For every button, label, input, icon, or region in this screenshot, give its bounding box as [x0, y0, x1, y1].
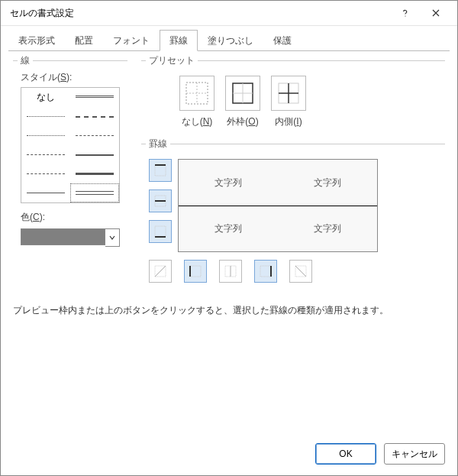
style-label: スタイル(S):: [21, 71, 120, 84]
line-style-list[interactable]: なし: [21, 87, 120, 203]
tab-border[interactable]: 罫線: [160, 30, 198, 51]
preset-outline-icon: [225, 76, 260, 111]
svg-line-25: [295, 266, 306, 277]
line-style-option[interactable]: [21, 183, 70, 202]
line-style-option[interactable]: [70, 126, 119, 145]
preview-inner-horizontal-line: [179, 206, 377, 206]
svg-point-0: [405, 15, 405, 16]
svg-rect-10: [155, 165, 166, 176]
tab-font[interactable]: フォント: [103, 30, 160, 50]
tab-alignment[interactable]: 配置: [65, 30, 103, 50]
border-diagonal-up-button[interactable]: [149, 260, 172, 283]
border-preview[interactable]: 文字列 文字列 文字列 文字列: [178, 159, 378, 252]
border-top-button[interactable]: [149, 159, 172, 182]
border-horizontal-button[interactable]: [149, 189, 172, 212]
dialog-window: セルの書式設定 表示形式 配置 フォント 罫線 塗りつぶし 保護 線 スタイル(…: [0, 0, 458, 476]
svg-line-17: [155, 266, 166, 277]
color-picker[interactable]: [21, 228, 120, 247]
tab-content: 線 スタイル(S): なし: [1, 51, 457, 436]
ok-button[interactable]: OK: [315, 443, 376, 465]
line-style-option[interactable]: [70, 145, 119, 164]
line-style-option[interactable]: [70, 88, 119, 107]
right-column: プリセット なし(N) 外枠(O): [141, 60, 445, 290]
svg-rect-18: [190, 266, 201, 277]
tab-strip: 表示形式 配置 フォント 罫線 塗りつぶし 保護: [1, 26, 457, 50]
border-bottom-button[interactable]: [149, 220, 172, 243]
border-side-buttons-horizontal: [149, 260, 437, 283]
preview-cell: 文字列: [179, 206, 278, 251]
border-diagonal-down-button[interactable]: [289, 260, 312, 283]
preset-legend: プリセット: [146, 54, 198, 67]
line-style-option[interactable]: [70, 107, 119, 126]
hint-text: プレビュー枠内または上のボタンをクリックすると、選択した罫線の種類が適用されます…: [13, 304, 445, 317]
line-style-option[interactable]: [21, 126, 70, 145]
border-legend: 罫線: [146, 138, 170, 151]
preset-inside[interactable]: 内側(I): [271, 76, 306, 128]
border-left-button[interactable]: [184, 260, 207, 283]
preset-none-label: なし(N): [182, 115, 213, 128]
color-swatch: [21, 228, 105, 245]
tab-protection[interactable]: 保護: [263, 30, 302, 50]
line-style-option[interactable]: [21, 107, 70, 126]
preview-cell: 文字列: [179, 160, 278, 206]
line-group: 線 スタイル(S): なし: [13, 60, 127, 290]
line-group-legend: 線: [18, 54, 33, 67]
border-group: 罫線: [141, 144, 445, 290]
preset-inside-label: 内側(I): [275, 115, 302, 128]
help-button[interactable]: [390, 1, 421, 25]
line-style-option[interactable]: [21, 145, 70, 164]
line-style-none[interactable]: なし: [21, 88, 70, 107]
color-dropdown-button[interactable]: [105, 228, 120, 247]
line-style-option-selected[interactable]: [70, 183, 119, 202]
preset-group: プリセット なし(N) 外枠(O): [141, 60, 445, 144]
titlebar: セルの書式設定: [1, 1, 457, 26]
cancel-button[interactable]: キャンセル: [384, 443, 445, 465]
window-title: セルの書式設定: [10, 7, 390, 20]
preset-outline[interactable]: 外枠(O): [225, 76, 260, 128]
dialog-footer: OK キャンセル: [1, 436, 457, 475]
svg-rect-14: [155, 226, 166, 237]
line-style-option[interactable]: [21, 164, 70, 183]
preset-outline-label: 外枠(O): [227, 115, 258, 128]
preset-none[interactable]: なし(N): [179, 76, 214, 128]
preview-cell: 文字列: [278, 206, 377, 251]
border-side-buttons-vertical: [149, 159, 172, 252]
preset-none-icon: [179, 76, 214, 111]
tab-fill[interactable]: 塗りつぶし: [198, 30, 263, 50]
svg-rect-22: [260, 266, 271, 277]
preset-inside-icon: [271, 76, 306, 111]
border-vertical-button[interactable]: [219, 260, 242, 283]
preview-cell: 文字列: [278, 160, 377, 206]
border-right-button[interactable]: [254, 260, 277, 283]
close-button[interactable]: [421, 1, 451, 25]
tab-number-format[interactable]: 表示形式: [8, 30, 65, 50]
line-style-option[interactable]: [70, 164, 119, 183]
chevron-down-icon: [109, 235, 115, 241]
color-label: 色(C):: [21, 211, 120, 224]
